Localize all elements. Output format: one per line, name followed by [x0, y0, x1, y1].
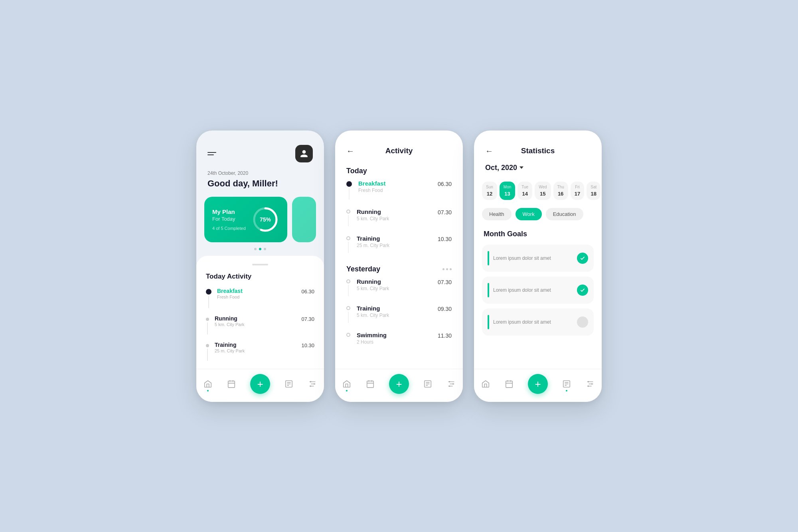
- activity-nav-task[interactable]: [423, 380, 432, 388]
- month-title[interactable]: Oct, 2020: [485, 164, 591, 172]
- row-info-t2: Training 25 m. City Park: [357, 235, 438, 248]
- activity-info-0: Breakfast Fresh Food: [217, 288, 301, 299]
- stats-nav-dot: [566, 390, 567, 392]
- goal-text-1: Lorem ipsum dolor sit amet: [493, 287, 573, 293]
- cal-day-2[interactable]: Tue 14: [518, 182, 532, 200]
- row-time-y2: 11.30: [438, 332, 452, 339]
- svg-point-42: [591, 383, 593, 385]
- row-line-t0: [349, 188, 350, 200]
- cal-day-0[interactable]: Sun 12: [482, 182, 497, 200]
- svg-point-43: [587, 385, 589, 387]
- goal-check-1[interactable]: [577, 285, 588, 296]
- activity-nav-add[interactable]: +: [389, 374, 409, 394]
- goal-item-0[interactable]: Lorem ipsum dolor sit amet: [482, 245, 594, 272]
- cal-day-num-2: 14: [522, 191, 527, 197]
- row-line-t1: [348, 215, 349, 226]
- row-info-t0: Breakfast Fresh Food: [358, 180, 438, 193]
- nav-add-btn[interactable]: +: [250, 374, 270, 394]
- stats-nav-task[interactable]: [562, 380, 571, 388]
- row-name-t1: Running: [357, 208, 438, 215]
- dot-1: [254, 248, 257, 250]
- greeting-text: Good day, Miller!: [196, 178, 324, 197]
- row-time-y0: 07.30: [438, 278, 452, 285]
- goal-item-1[interactable]: Lorem ipsum dolor sit amet: [482, 277, 594, 304]
- row-info-y2: Swimming 2 Hours: [357, 332, 438, 345]
- svg-point-15: [310, 385, 311, 387]
- goal-accent-1: [488, 283, 489, 297]
- dots-indicator: [196, 242, 324, 253]
- plan-card[interactable]: My Plan For Today 4 of 5 Completed 75%: [204, 197, 287, 242]
- row-dot-y2: [346, 333, 350, 337]
- goal-check-0[interactable]: [577, 253, 588, 264]
- nav-settings-btn[interactable]: [308, 380, 317, 388]
- checkmark-icon-0: [580, 255, 585, 261]
- activity-name-2: Training: [215, 342, 301, 348]
- nav-task-btn[interactable]: [284, 380, 293, 388]
- nav-home-btn[interactable]: [203, 380, 212, 388]
- activity-item-0: Breakfast Fresh Food 06.30: [206, 288, 314, 308]
- row-indicator-t2: [346, 235, 350, 253]
- cal-day-1[interactable]: Mon 13: [500, 182, 515, 200]
- row-info-t1: Running 5 km. City Park: [357, 208, 438, 222]
- plan-title: My Plan: [212, 208, 246, 215]
- row-line-y1: [348, 312, 349, 323]
- row-name-y2: Swimming: [357, 332, 438, 338]
- row-sub-y2: 2 Hours: [357, 339, 438, 345]
- stats-nav-settings[interactable]: [586, 380, 595, 388]
- drag-handle[interactable]: [252, 264, 268, 265]
- stats-nav-calendar[interactable]: [505, 380, 514, 388]
- filter-work[interactable]: Work: [516, 208, 542, 220]
- cal-day-3[interactable]: Wed 15: [535, 182, 551, 200]
- activity-nav-home[interactable]: [342, 380, 351, 388]
- filter-tabs: Health Work Education: [474, 206, 602, 228]
- filter-education[interactable]: Education: [546, 208, 583, 220]
- activity-item-1: Running 5 km. City Park 07.30: [206, 315, 314, 334]
- activity-line-0: [208, 296, 209, 308]
- cal-day-4[interactable]: Thu 16: [553, 182, 568, 200]
- home-header: [196, 131, 324, 169]
- cal-day-5[interactable]: Fri 17: [571, 182, 584, 200]
- cal-day-name-6: Sat: [591, 185, 597, 189]
- goal-check-2[interactable]: [577, 316, 588, 328]
- home-bottom-nav: +: [196, 369, 324, 402]
- stats-back-btn[interactable]: ←: [485, 146, 493, 156]
- phone-statistics: ← Statistics Oct, 2020 Sun 12 Mon 13 Tue…: [474, 131, 602, 402]
- month-goals-title: Month Goals: [474, 228, 602, 245]
- row-name-t0: Breakfast: [358, 180, 438, 187]
- activity-task-icon: [423, 380, 432, 388]
- activity-row-t2: Training 25 m. City Park 10.30: [346, 235, 452, 253]
- three-dots-menu[interactable]: [442, 268, 452, 270]
- activity-nav-calendar[interactable]: [366, 380, 375, 388]
- activity-nav-settings[interactable]: [447, 380, 456, 388]
- month-selector: Oct, 2020: [474, 162, 602, 178]
- stats-nav-home[interactable]: [481, 380, 490, 388]
- row-indicator-y0: [346, 278, 350, 296]
- activity-back-btn[interactable]: ←: [346, 146, 354, 156]
- percent-text: 75%: [260, 216, 271, 223]
- activity-name-1: Running: [215, 315, 301, 322]
- cal-day-name-1: Mon: [504, 185, 511, 189]
- row-sub-t0: Fresh Food: [358, 188, 438, 193]
- activity-info-1: Running 5 km. City Park: [215, 315, 301, 327]
- date-text: 24th October, 2020: [196, 169, 324, 178]
- settings-nav-icon: [308, 380, 317, 388]
- goal-item-2[interactable]: Lorem ipsum dolor sit amet: [482, 309, 594, 336]
- filter-health[interactable]: Health: [482, 208, 512, 220]
- svg-point-13: [310, 381, 311, 382]
- nav-calendar-btn[interactable]: [227, 380, 236, 388]
- avatar-button[interactable]: [295, 145, 313, 162]
- menu-icon[interactable]: [207, 152, 216, 155]
- plan-card-text: My Plan For Today 4 of 5 Completed: [212, 208, 246, 231]
- cal-day-name-3: Wed: [539, 185, 547, 189]
- svg-point-14: [314, 383, 315, 385]
- activity-nav-dot: [346, 390, 348, 392]
- activity-indicator-2: [206, 342, 209, 361]
- cal-day-6[interactable]: Sat 18: [587, 182, 600, 200]
- yesterday-activity-list: Running 5 km. City Park 07.30 Training 5…: [335, 278, 463, 354]
- stats-nav-add[interactable]: +: [528, 374, 548, 394]
- activity-row-y0: Running 5 km. City Park 07.30: [346, 278, 452, 296]
- activity-indicator-0: [206, 288, 211, 308]
- plan-card-mini: [292, 197, 316, 242]
- row-indicator-t1: [346, 208, 350, 226]
- cal-day-num-4: 16: [558, 191, 563, 197]
